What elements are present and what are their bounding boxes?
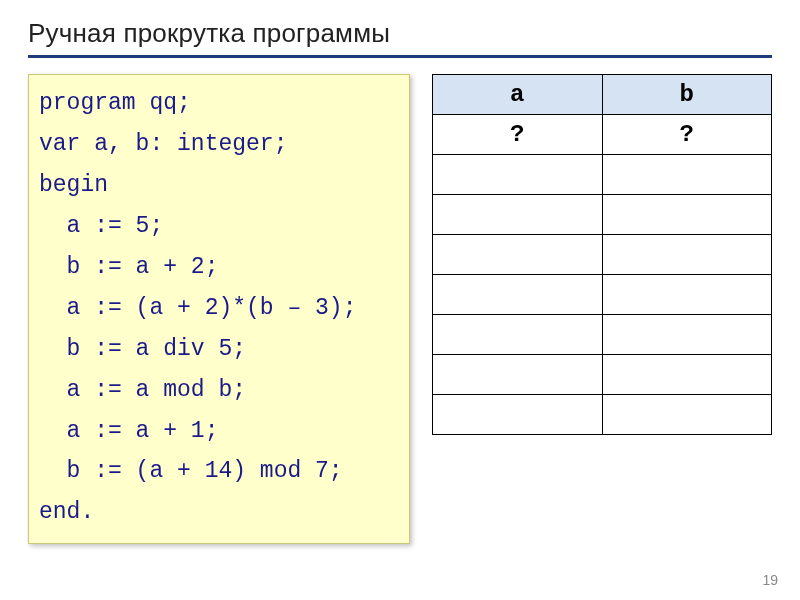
cell-b bbox=[602, 195, 772, 235]
code-line: a := a mod b; bbox=[39, 370, 399, 411]
code-line: b := (a + 14) mod 7; bbox=[39, 451, 399, 492]
title-divider bbox=[28, 55, 772, 58]
code-line: program qq; bbox=[39, 83, 399, 124]
col-header-a: a bbox=[433, 75, 603, 115]
code-line: a := a + 1; bbox=[39, 411, 399, 452]
table-row bbox=[433, 315, 772, 355]
cell-a bbox=[433, 315, 603, 355]
cell-a bbox=[433, 195, 603, 235]
trace-table: a b ? ? bbox=[432, 74, 772, 435]
code-line: b := a div 5; bbox=[39, 329, 399, 370]
cell-a bbox=[433, 235, 603, 275]
cell-a bbox=[433, 155, 603, 195]
cell-b bbox=[602, 275, 772, 315]
table-row bbox=[433, 275, 772, 315]
code-line: var a, b: integer; bbox=[39, 124, 399, 165]
cell-b bbox=[602, 355, 772, 395]
trace-table-wrap: a b ? ? bbox=[432, 74, 772, 544]
code-line: a := (a + 2)*(b – 3); bbox=[39, 288, 399, 329]
cell-b bbox=[602, 235, 772, 275]
cell-a bbox=[433, 395, 603, 435]
table-header-row: a b bbox=[433, 75, 772, 115]
cell-b: ? bbox=[602, 115, 772, 155]
cell-a bbox=[433, 355, 603, 395]
code-line: end. bbox=[39, 492, 399, 533]
code-box: program qq; var a, b: integer; begin a :… bbox=[28, 74, 410, 544]
code-line: begin bbox=[39, 165, 399, 206]
content-row: program qq; var a, b: integer; begin a :… bbox=[28, 74, 772, 544]
page-title: Ручная прокрутка программы bbox=[28, 18, 772, 49]
table-row bbox=[433, 155, 772, 195]
cell-a bbox=[433, 275, 603, 315]
cell-b bbox=[602, 155, 772, 195]
slide: Ручная прокрутка программы program qq; v… bbox=[0, 0, 800, 600]
code-line: a := 5; bbox=[39, 206, 399, 247]
col-header-b: b bbox=[602, 75, 772, 115]
cell-b bbox=[602, 315, 772, 355]
code-line: b := a + 2; bbox=[39, 247, 399, 288]
cell-b bbox=[602, 395, 772, 435]
table-row bbox=[433, 235, 772, 275]
table-row bbox=[433, 355, 772, 395]
cell-a: ? bbox=[433, 115, 603, 155]
page-number: 19 bbox=[762, 572, 778, 588]
table-row bbox=[433, 195, 772, 235]
table-row bbox=[433, 395, 772, 435]
table-row: ? ? bbox=[433, 115, 772, 155]
